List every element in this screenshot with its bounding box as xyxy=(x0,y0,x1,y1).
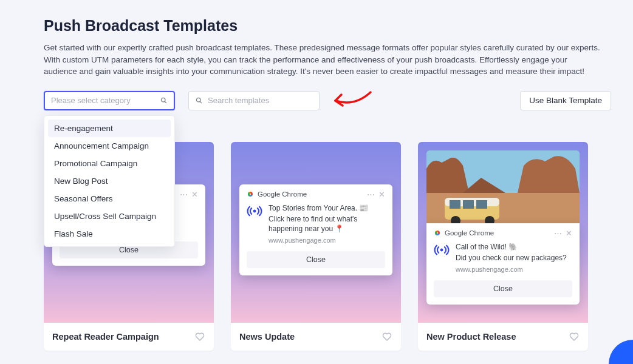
svg-line-3 xyxy=(200,101,202,103)
more-icon[interactable]: ⋯ xyxy=(367,190,375,198)
svg-rect-11 xyxy=(463,200,474,209)
use-blank-template-button[interactable]: Use Blank Template xyxy=(520,91,611,110)
category-option[interactable]: Re-engagement xyxy=(48,120,171,137)
push-close-button[interactable]: Close xyxy=(247,251,385,268)
search-icon xyxy=(160,96,168,104)
template-title: New Product Release xyxy=(426,332,516,342)
search-input[interactable] xyxy=(208,96,313,105)
svg-point-15 xyxy=(440,248,443,251)
push-preview: Google Chrome ⋯ ✕ xyxy=(239,184,392,275)
chrome-icon xyxy=(434,229,441,237)
broadcast-icon xyxy=(434,242,450,274)
push-close-button[interactable]: Close xyxy=(434,280,572,297)
favorite-icon[interactable] xyxy=(382,331,392,342)
template-card[interactable]: Google Chrome ⋯ ✕ xyxy=(231,142,401,351)
category-select[interactable] xyxy=(44,91,175,110)
category-input[interactable] xyxy=(51,96,160,105)
svg-point-0 xyxy=(161,98,165,103)
favorite-icon[interactable] xyxy=(194,331,205,342)
push-body: Click here to find out what's happening … xyxy=(269,214,385,234)
push-title: Top Stories from Your Area. 📰 xyxy=(269,203,385,213)
category-option[interactable]: Upsell/Cross Sell Campaign xyxy=(48,207,171,225)
svg-rect-12 xyxy=(476,200,487,209)
template-title: Repeat Reader Campaign xyxy=(52,332,159,342)
more-icon[interactable]: ⋯ xyxy=(180,190,188,198)
push-body: Did you check our new packages? xyxy=(456,253,572,263)
push-title: Call of the Wild! 🐘 xyxy=(456,242,572,252)
page-intro: Get started with our expertly crafted pu… xyxy=(44,42,603,78)
card-preview: Google Chrome ⋯ ✕ xyxy=(231,142,401,323)
category-option[interactable]: Promotional Campaign xyxy=(48,155,171,172)
category-option[interactable]: New Blog Post xyxy=(48,172,171,190)
favorite-icon[interactable] xyxy=(569,331,580,342)
push-site: www.pushengage.com xyxy=(269,236,385,245)
svg-rect-10 xyxy=(450,200,460,209)
category-dropdown: Re-engagement Announcement Campaign Prom… xyxy=(44,115,175,247)
card-preview: Google Chrome ⋯ ✕ xyxy=(418,142,588,323)
page-title: Push Broadcast Templates xyxy=(44,17,611,35)
push-preview: Google Chrome ⋯ ✕ xyxy=(426,223,580,305)
template-title: News Update xyxy=(239,332,295,342)
push-site: www.pushengage.com xyxy=(456,265,572,274)
controls-row: Use Blank Template Re-engagement Announc… xyxy=(44,91,611,110)
close-icon[interactable]: ✕ xyxy=(378,190,385,198)
browser-label: Google Chrome xyxy=(445,229,494,237)
browser-label: Google Chrome xyxy=(258,190,307,198)
search-templates[interactable] xyxy=(188,91,320,110)
chrome-icon xyxy=(247,190,254,198)
broadcast-icon xyxy=(247,203,262,245)
template-card[interactable]: Google Chrome ⋯ ✕ xyxy=(418,142,588,351)
more-icon[interactable]: ⋯ xyxy=(554,229,562,237)
close-icon[interactable]: ✕ xyxy=(191,190,198,198)
category-option[interactable]: Announcement Campaign xyxy=(48,137,171,155)
card-hero-image xyxy=(426,150,580,223)
svg-line-1 xyxy=(165,101,166,103)
svg-point-5 xyxy=(253,209,256,212)
close-icon[interactable]: ✕ xyxy=(566,229,572,237)
category-option[interactable]: Flash Sale xyxy=(48,225,171,243)
category-option[interactable]: Seasonal Offers xyxy=(48,190,171,207)
search-icon xyxy=(195,96,203,104)
svg-point-2 xyxy=(196,98,200,103)
